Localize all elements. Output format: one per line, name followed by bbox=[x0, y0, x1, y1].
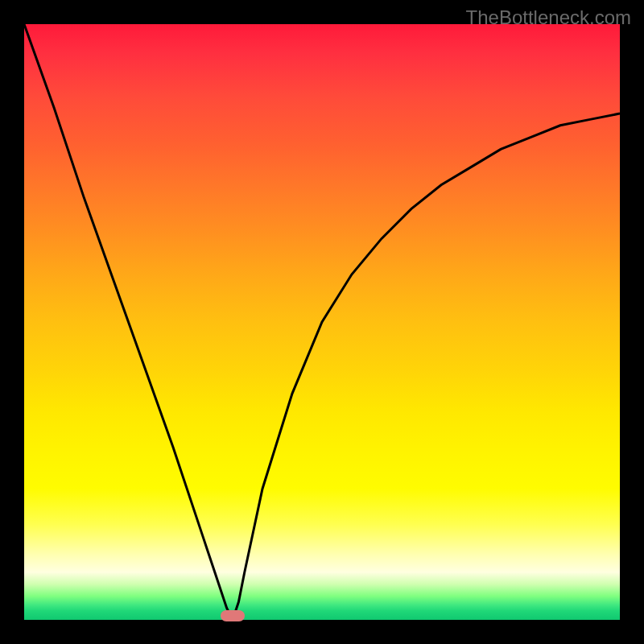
curve-svg bbox=[24, 24, 620, 620]
bottleneck-curve-line bbox=[24, 24, 620, 620]
watermark-text: TheBottleneck.com bbox=[466, 6, 631, 29]
minimum-marker bbox=[221, 610, 245, 621]
chart-plot-area bbox=[24, 24, 620, 620]
